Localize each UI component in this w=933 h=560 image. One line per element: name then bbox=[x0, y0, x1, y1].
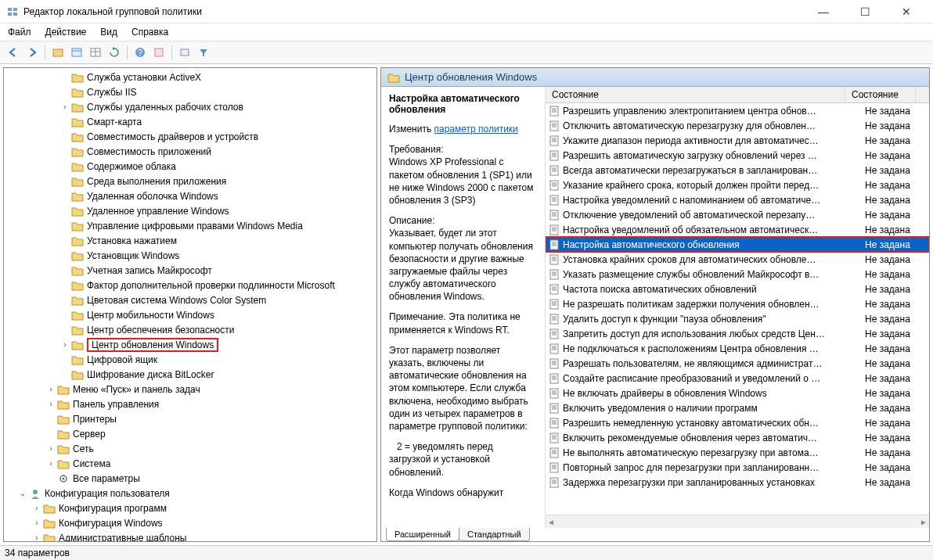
tree-item[interactable]: Установщик Windows bbox=[4, 248, 376, 263]
toolbar-icon-4[interactable] bbox=[150, 44, 168, 61]
tree-item[interactable]: Все параметры bbox=[4, 471, 376, 486]
tree-item[interactable]: ›Система bbox=[4, 456, 376, 471]
expand-icon[interactable]: › bbox=[32, 533, 41, 542]
tree-item[interactable]: Шифрование диска BitLocker bbox=[4, 367, 376, 382]
tab-extended[interactable]: Расширенный bbox=[386, 528, 459, 541]
policy-row[interactable]: Настройка уведомлений с напоминанием об … bbox=[546, 192, 929, 207]
toolbar-icon-2[interactable] bbox=[68, 44, 85, 61]
tree-item[interactable]: ›Конфигурация программ bbox=[4, 501, 376, 515]
tree-item[interactable]: Удаленная оболочка Windows bbox=[4, 188, 376, 203]
expand-icon[interactable]: › bbox=[60, 102, 70, 111]
policy-row[interactable]: Запретить доступ для использования любых… bbox=[546, 326, 929, 341]
toolbar-icon-5[interactable] bbox=[176, 44, 193, 61]
tree-item-label: Административные шаблоны bbox=[59, 533, 186, 543]
tree-item[interactable]: Принтеры bbox=[4, 411, 376, 426]
policy-row[interactable]: Включить уведомления о наличии программН… bbox=[546, 400, 929, 415]
expand-icon[interactable]: › bbox=[46, 444, 56, 453]
tree-item[interactable]: Содержимое облака bbox=[4, 159, 376, 174]
menu-help[interactable]: Справка bbox=[131, 27, 168, 38]
tree-item[interactable]: ›Меню «Пуск» и панель задач bbox=[4, 382, 376, 397]
tree-item[interactable]: ⌄Конфигурация пользователя bbox=[4, 486, 376, 501]
policy-row[interactable]: Настройка уведомлений об обязательном ав… bbox=[546, 222, 929, 237]
policy-row[interactable]: Отключить автоматическую перезагрузку дл… bbox=[546, 118, 929, 133]
policy-row[interactable]: Настройка автоматического обновленияНе з… bbox=[546, 237, 929, 252]
policy-row[interactable]: Задержка перезагрузки при запланированны… bbox=[546, 475, 929, 490]
toolbar-filter-icon[interactable] bbox=[195, 44, 212, 61]
tree-item[interactable]: Служба установки ActiveX bbox=[4, 70, 376, 84]
toolbar-refresh-icon[interactable] bbox=[106, 44, 123, 61]
policy-icon bbox=[549, 254, 560, 265]
tree-item[interactable]: ›Сеть bbox=[4, 441, 376, 456]
column-header-state[interactable]: Состояние bbox=[845, 87, 916, 102]
list-body[interactable]: Разрешить управлению электропитанием цен… bbox=[546, 103, 929, 515]
toolbar-icon-1[interactable] bbox=[49, 44, 67, 61]
tree-item[interactable]: Удаленное управление Windows bbox=[4, 203, 376, 218]
policy-state: Не задана bbox=[865, 120, 929, 131]
maximize-button[interactable]: ☐ bbox=[852, 2, 878, 21]
list-headers[interactable]: Состояние Состояние bbox=[546, 87, 929, 103]
expand-icon[interactable]: › bbox=[46, 400, 56, 408]
policy-row[interactable]: Не подключаться к расположениям Центра о… bbox=[546, 341, 929, 356]
edit-policy-link[interactable]: параметр политики bbox=[434, 124, 517, 135]
policy-row[interactable]: Установка крайних сроков для автоматичес… bbox=[546, 252, 929, 267]
menu-action[interactable]: Действие bbox=[45, 27, 87, 38]
policy-row[interactable]: Включить рекомендуемые обновления через … bbox=[546, 430, 929, 445]
column-header-name[interactable]: Состояние bbox=[546, 87, 845, 102]
tree-item[interactable]: Совместимость драйверов и устройств bbox=[4, 129, 376, 144]
policy-row[interactable]: Не выполнять автоматическую перезагрузку… bbox=[546, 445, 929, 460]
toolbar-icon-3[interactable] bbox=[87, 44, 104, 61]
tab-standard[interactable]: Стандартный bbox=[459, 528, 530, 541]
back-button[interactable] bbox=[5, 44, 22, 61]
tree-item[interactable]: Совместимость приложений bbox=[4, 144, 376, 159]
menu-file[interactable]: Файл bbox=[8, 27, 31, 38]
tree-item[interactable]: Управление цифровыми правами Windows Med… bbox=[4, 218, 376, 233]
tree-item[interactable]: Службы IIS bbox=[4, 84, 376, 99]
tree-item-label: Удаленная оболочка Windows bbox=[87, 191, 218, 202]
policy-row[interactable]: Разрешить автоматическую загрузку обновл… bbox=[546, 148, 929, 163]
policy-row[interactable]: Частота поиска автоматических обновлений… bbox=[546, 282, 929, 296]
policy-row[interactable]: Не включать драйверы в обновления Window… bbox=[546, 386, 929, 400]
policy-row[interactable]: Разрешить немедленную установку автомати… bbox=[546, 415, 929, 430]
tree-item[interactable]: Цифровой ящик bbox=[4, 352, 376, 367]
tree-item[interactable]: ›Службы удаленных рабочих столов bbox=[4, 99, 376, 114]
forward-button[interactable] bbox=[23, 44, 41, 61]
tree-item[interactable]: Центр мобильности Windows bbox=[4, 307, 376, 322]
close-button[interactable]: ✕ bbox=[894, 2, 919, 21]
tree-item[interactable]: Сервер bbox=[4, 426, 376, 441]
tree-item[interactable]: Учетная запись Майкрософт bbox=[4, 263, 376, 278]
policy-row[interactable]: Указание крайнего срока, который должен … bbox=[546, 178, 929, 192]
tree-item[interactable]: Установка нажатием bbox=[4, 233, 376, 248]
minimize-button[interactable]: — bbox=[810, 2, 837, 21]
toolbar-help-icon[interactable]: ? bbox=[131, 44, 149, 61]
tree-item-label: Совместимость приложений bbox=[87, 146, 211, 157]
policy-row[interactable]: Укажите диапазон периода активности для … bbox=[546, 133, 929, 148]
expand-icon[interactable]: › bbox=[60, 340, 70, 349]
policy-row[interactable]: Удалить доступ к функции "пауза обновлен… bbox=[546, 311, 929, 326]
tree-item[interactable]: Среда выполнения приложения bbox=[4, 174, 376, 188]
tree-item[interactable]: Цветовая система Windows Color System bbox=[4, 293, 376, 307]
tree-item[interactable]: ›Административные шаблоны bbox=[4, 530, 376, 542]
list-h-scrollbar[interactable]: ◄► bbox=[546, 515, 929, 528]
expand-icon[interactable]: › bbox=[46, 385, 56, 393]
policy-row[interactable]: Создайте расписание преобразований и уве… bbox=[546, 371, 929, 386]
expand-icon[interactable]: › bbox=[46, 459, 56, 468]
expand-icon[interactable]: › bbox=[32, 519, 41, 527]
expand-icon[interactable]: › bbox=[32, 504, 41, 512]
tree-pane[interactable]: Служба установки ActiveXСлужбы IIS›Служб… bbox=[3, 67, 377, 542]
policy-row[interactable]: Разрешать пользователям, не являющимся а… bbox=[546, 356, 929, 371]
tree-item[interactable]: Смарт-карта bbox=[4, 114, 376, 129]
policy-row[interactable]: Разрешить управлению электропитанием цен… bbox=[546, 103, 929, 118]
policy-row[interactable]: Не разрешать политикам задержки получени… bbox=[546, 296, 929, 311]
tree-item[interactable]: Центр обеспечения безопасности bbox=[4, 322, 376, 337]
tree-item[interactable]: ›Конфигурация Windows bbox=[4, 515, 376, 530]
collapse-icon[interactable]: ⌄ bbox=[18, 489, 27, 497]
policy-row[interactable]: Всегда автоматически перезагружаться в з… bbox=[546, 163, 929, 178]
tree-item[interactable]: ›Центр обновления Windows bbox=[4, 337, 376, 352]
menu-view[interactable]: Вид bbox=[100, 27, 117, 38]
folder-icon bbox=[71, 325, 84, 336]
policy-row[interactable]: Отключение уведомлений об автоматической… bbox=[546, 207, 929, 222]
tree-item[interactable]: Фактор дополнительной проверки подлиннос… bbox=[4, 278, 376, 293]
policy-row[interactable]: Повторный запрос для перезагрузки при за… bbox=[546, 460, 929, 475]
policy-row[interactable]: Указать размещение службы обновлений Май… bbox=[546, 267, 929, 282]
tree-item[interactable]: ›Панель управления bbox=[4, 397, 376, 411]
